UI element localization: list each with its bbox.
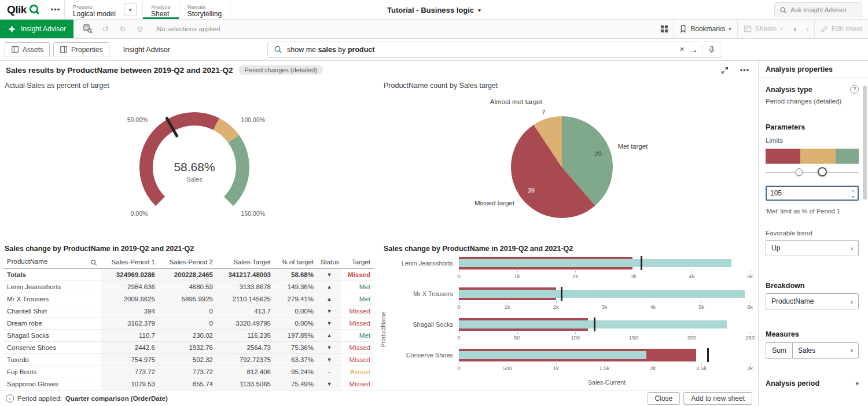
bullet-bar-area [459, 348, 750, 362]
product-name-cell[interactable]: Shagall Socks [3, 329, 101, 341]
analysis-type-badge[interactable]: Period changes (detailed) [238, 65, 322, 75]
period-applied-value: Quarter comparison (OrderDate) [65, 395, 168, 402]
query-text[interactable]: show me sales by product [287, 46, 675, 54]
next-sheet-button[interactable]: › [801, 20, 814, 38]
nav-prepare[interactable]: Prepare Logical model [65, 0, 124, 19]
app-title[interactable]: Tutorial - Business logic ▾ [387, 0, 481, 20]
current-sales-bar[interactable] [459, 259, 731, 267]
assets-panel-button[interactable]: Assets [5, 42, 50, 57]
met-limit-input-wrap: ▴ ▾ [766, 186, 859, 201]
clear-selections-button[interactable]: ⊘ [131, 20, 149, 38]
add-to-new-sheet-button[interactable]: Add to new sheet [683, 392, 752, 405]
chevron-down-icon: ▾ [780, 26, 783, 32]
selections-tool-icon [83, 24, 93, 34]
current-sales-bar[interactable] [459, 351, 646, 359]
ask-insight-advisor-box[interactable] [774, 2, 862, 17]
target-result-cell: Almost [341, 366, 374, 378]
product-name-cell[interactable]: Tuxedo [3, 353, 101, 366]
ask-insight-advisor-input[interactable] [790, 6, 854, 13]
step-forward-button[interactable]: ↻ [114, 20, 131, 38]
product-name-cell[interactable]: Totals [3, 268, 101, 280]
slider-handle-lower[interactable] [795, 168, 803, 176]
current-sales-bar[interactable] [459, 320, 727, 329]
spinner-up-button[interactable]: ▴ [848, 187, 858, 193]
column-header-7[interactable]: Target [341, 256, 374, 268]
axis-tick-label: 50 [514, 334, 520, 341]
properties-panel-button[interactable]: Properties [53, 42, 109, 57]
clear-selections-icon: ⊘ [137, 24, 144, 34]
insight-advisor-bar: Assets Properties Insight Advisor show m… [0, 39, 868, 61]
column-header-6[interactable]: Status [317, 256, 341, 268]
axis-tick [750, 271, 751, 272]
product-name-cell[interactable]: Mr X Trousers [3, 293, 101, 305]
expand-button[interactable] [718, 67, 731, 74]
sales-target-cell: 341217.48003 [216, 268, 274, 280]
column-header-5[interactable]: % of target [274, 256, 317, 268]
sales-target-cell: 2564.73 [216, 341, 274, 353]
breakdown-dropdown[interactable]: ProductName › [766, 293, 859, 309]
close-button[interactable]: Close [648, 392, 681, 405]
axis-tick [634, 271, 634, 272]
nav-narrate[interactable]: Narrate Storytelling [179, 0, 230, 19]
step-back-button[interactable]: ↺ [97, 20, 114, 38]
more-options-button[interactable]: ••• [737, 66, 752, 75]
product-name-cell[interactable]: Dream robe [3, 317, 101, 329]
product-name-cell[interactable]: Sapporoo Gloves [3, 378, 101, 390]
chevron-down-icon[interactable]: ▾ [855, 380, 859, 387]
sheets-menu[interactable]: Sheets ▾ [738, 20, 789, 38]
pie-slice-label: Almost met target [490, 98, 543, 105]
column-header-4[interactable]: Sales-Target [216, 256, 274, 268]
app-overview-button[interactable] [656, 20, 673, 38]
current-sales-bar[interactable] [459, 290, 745, 298]
chevron-left-icon: ‹ [793, 24, 796, 34]
product-name-cell[interactable]: Fuji Boots [3, 366, 101, 378]
nav-analyze[interactable]: Analyze Sheet [143, 0, 179, 19]
search-icon[interactable] [90, 259, 97, 266]
gauge-chart[interactable]: 0.00%50.00%100.00%150.00%58.68%Sales [3, 93, 376, 241]
sales-target-cell: 1133.5065 [216, 378, 274, 390]
sales-period2-cell: 200228.2465 [159, 268, 216, 280]
panel-scrollbar[interactable] [863, 86, 867, 200]
axis-tick [750, 332, 751, 334]
product-name-cell[interactable]: Conserve Shoes [3, 341, 101, 353]
natural-language-query-input[interactable]: show me sales by product ✕ → [267, 42, 722, 58]
spinner-down-button[interactable]: ▾ [848, 193, 858, 200]
pct-of-target-cell: 58.68% [274, 268, 317, 280]
product-name-cell[interactable]: Lenin Jeansshorts [3, 280, 101, 293]
measure-aggregation[interactable]: Sum [766, 343, 793, 358]
submit-query-button[interactable]: → [689, 45, 698, 54]
product-name-cell[interactable]: Chantell Shirt [3, 305, 101, 317]
column-header-3[interactable]: Sales-Period 2 [159, 256, 216, 268]
divider [703, 45, 703, 54]
insight-advisor-button[interactable]: Insight Advisor [0, 20, 73, 38]
prepare-dropdown-button[interactable]: ▾ [124, 3, 137, 16]
microphone-icon[interactable] [708, 45, 716, 54]
chevron-down-icon: ▾ [478, 7, 481, 13]
clear-query-button[interactable]: ✕ [679, 46, 685, 53]
global-menu-button[interactable]: ••• [47, 0, 64, 19]
column-header-1[interactable]: ProductName [3, 256, 101, 268]
measure-control[interactable]: Sum Sales › [766, 342, 859, 359]
met-limit-input[interactable] [767, 187, 848, 200]
selections-tool-button[interactable] [79, 20, 97, 38]
slider-handle-upper[interactable] [818, 167, 827, 176]
limits-slider[interactable] [766, 167, 859, 178]
pct-of-target-cell: 0.00% [274, 317, 317, 329]
comparison-table[interactable]: ProductNameSales-Period 1Sales-Period 2S… [3, 256, 374, 390]
bullet-plot: 01k2k3k4k5k [459, 256, 755, 280]
qlik-logo[interactable]: Qlik [0, 0, 47, 19]
pct-of-target-cell: 63.37% [274, 353, 317, 366]
measure-field[interactable]: Sales › [793, 343, 858, 358]
gauge-tick-label: 0.00% [131, 210, 148, 217]
help-icon[interactable]: ? [850, 85, 859, 94]
favorable-trend-dropdown[interactable]: Up › [766, 240, 859, 256]
pie-chart[interactable]: 29Met target39Missed target7Almost met t… [382, 93, 755, 241]
no-selections-text: No selections applied [157, 25, 220, 32]
previous-sheet-button[interactable]: ‹ [789, 20, 801, 38]
edit-sheet-button[interactable]: Edit sheet [815, 20, 868, 38]
axis-tick-label: 4k [650, 304, 656, 310]
bookmarks-menu[interactable]: Bookmarks ▾ [674, 20, 737, 38]
close-icon: ✕ [679, 46, 685, 53]
pct-of-target-cell: 149.36% [274, 280, 317, 293]
column-header-2[interactable]: Sales-Period 1 [101, 256, 159, 268]
